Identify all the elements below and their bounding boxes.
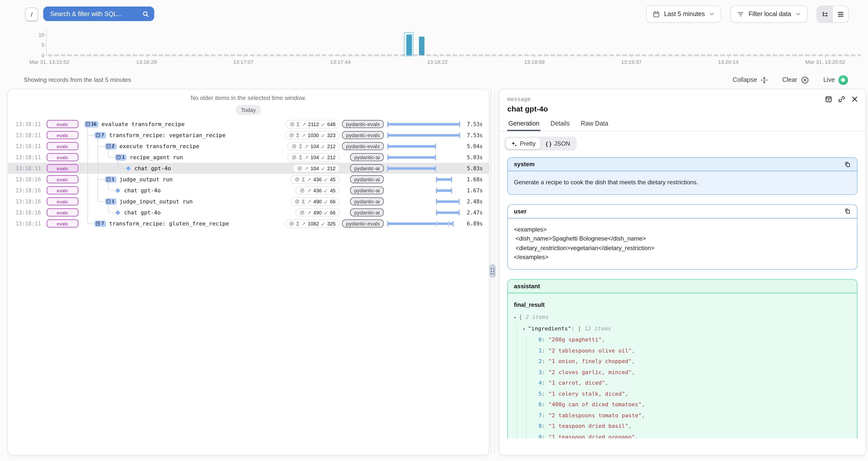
span-title: chat gpt-4o (507, 104, 858, 113)
filter-local-data-dropdown[interactable]: Filter local data (731, 5, 808, 23)
row-tree-cell: chat gpt-4o (84, 209, 264, 216)
package-tag[interactable]: pydantic-evals (342, 131, 384, 139)
trace-row[interactable]: 13:18:11evals−2execute transform_recipeΣ… (8, 141, 489, 152)
time-range-dropdown[interactable]: Last 5 minutes (646, 5, 721, 23)
message-role-label: user (514, 208, 527, 215)
evals-badge[interactable]: evals (46, 186, 78, 194)
x-axis-tick (825, 55, 826, 58)
duration-bar (387, 134, 460, 136)
x-axis-tick (147, 55, 147, 58)
collapse-label: Collapse (733, 76, 757, 83)
clear-button[interactable]: Clear (782, 75, 809, 84)
close-icon[interactable] (851, 95, 859, 103)
row-duration-bar-cell (384, 129, 460, 141)
package-tag[interactable]: pydantic-ai (350, 208, 384, 216)
live-toggle[interactable]: Live (823, 75, 848, 85)
row-badge-cell: evals (46, 197, 78, 205)
copy-icon[interactable] (844, 161, 851, 167)
token-metrics-pill[interactable]: Σ↗436↙45 (290, 175, 340, 184)
evals-badge[interactable]: evals (46, 197, 78, 205)
expand-collapse-toggle[interactable]: −1 (115, 154, 127, 160)
expand-collapse-toggle[interactable]: −1 (105, 198, 117, 205)
trace-row[interactable]: 13:18:11evals−1recipe_agent runΣ↗104↙212… (8, 152, 489, 163)
token-metrics-pill[interactable]: ↗490↙66 (296, 208, 340, 216)
token-metrics-pill[interactable]: Σ↗1082↙325 (285, 219, 340, 228)
evals-badge[interactable]: evals (46, 131, 78, 139)
package-tag[interactable]: pydantic-ai (350, 197, 384, 205)
token-metrics-pill[interactable]: Σ↗2112↙648 (285, 120, 340, 128)
tree-guide-stub (118, 161, 119, 163)
token-coin-icon (300, 210, 305, 215)
list-view-button[interactable] (833, 6, 848, 22)
tree-view-button[interactable] (817, 6, 833, 22)
output-tokens-arrow-icon: ↙ (321, 143, 325, 149)
package-tag[interactable]: pydantic-evals (342, 142, 384, 150)
duration-bar-start-cap (387, 154, 388, 160)
evals-badge[interactable]: evals (46, 219, 78, 227)
pretty-view-button[interactable]: Pretty (506, 138, 541, 149)
package-tag[interactable]: pydantic-ai (350, 153, 384, 161)
evals-badge[interactable]: evals (46, 208, 78, 216)
copy-icon[interactable] (844, 208, 851, 214)
trace-row[interactable]: 13:18:11evals−16evaluate transform_recip… (8, 119, 489, 129)
span-kind-label: message (507, 96, 858, 102)
trace-row[interactable]: 13:18:11evals−7transform_recipe: vegetar… (8, 129, 489, 141)
expand-collapse-toggle[interactable]: −1 (105, 176, 117, 183)
package-tag[interactable]: pydantic-ai (350, 186, 384, 194)
tab-raw-data[interactable]: Raw Data (580, 120, 609, 131)
output-tokens-value: 648 (327, 121, 336, 127)
search-input[interactable]: Search & filter with SQL... (43, 6, 154, 21)
package-tag[interactable]: pydantic-ai (350, 175, 384, 183)
token-metrics-pill[interactable]: ↗104↙212 (293, 164, 340, 172)
trace-row[interactable]: 13:18:16evals−1judge_output runΣ↗436↙45p… (8, 174, 489, 185)
histogram-selection-box[interactable] (404, 32, 413, 56)
child-count: 7 (101, 132, 104, 137)
evals-badge[interactable]: evals (46, 120, 78, 128)
row-metrics-cell: ↗104↙212 (264, 164, 340, 172)
row-tree-cell: −7transform_recipe: vegetarian_recipe (84, 132, 264, 139)
token-metrics-pill[interactable]: Σ↗104↙212 (287, 142, 340, 150)
expand-collapse-toggle[interactable]: −7 (94, 132, 106, 139)
package-tag[interactable]: pydantic-evals (342, 120, 384, 128)
evals-badge[interactable]: evals (46, 153, 78, 161)
expand-collapse-toggle[interactable]: −2 (105, 143, 117, 149)
evals-badge[interactable]: evals (46, 175, 78, 183)
token-metrics-pill[interactable]: Σ↗1030↙323 (285, 131, 340, 140)
records-histogram[interactable]: 1050Mar 31, 13:15:5213:16:2913:17:0713:1… (0, 28, 868, 68)
package-tag[interactable]: pydantic-evals (342, 219, 384, 227)
row-badge-cell: evals (46, 131, 78, 139)
pretty-json-toggle: Pretty{ }JSON (504, 136, 577, 151)
x-axis-tick (243, 55, 244, 58)
evals-badge[interactable]: evals (46, 164, 78, 172)
panel-resize-handle[interactable] (489, 264, 496, 278)
duration-bar-tick (448, 221, 449, 226)
trace-row[interactable]: 13:18:16evals−1judge_input_output runΣ↗4… (8, 196, 489, 207)
expand-collapse-toggle[interactable]: +7 (94, 220, 106, 227)
collapse-chevron-icon[interactable]: ▾ (523, 324, 528, 334)
json-view-button[interactable]: { }JSON (541, 138, 575, 149)
duration-bar-track (387, 129, 460, 141)
duration-bar (436, 200, 460, 203)
collapse-chevron-icon[interactable]: ▾ (514, 312, 519, 323)
trace-row[interactable]: 13:18:16evalschat gpt-4o↗436↙45pydantic-… (8, 185, 489, 196)
token-metrics-pill[interactable]: Σ↗490↙66 (290, 197, 340, 206)
trace-row[interactable]: 13:18:11evalschat gpt-4o↗104↙212pydantic… (8, 163, 489, 174)
tab-generation[interactable]: Generation (507, 120, 540, 131)
output-tokens-value: 212 (327, 165, 336, 171)
token-metrics-pill[interactable]: ↗436↙45 (296, 186, 340, 194)
expand-collapse-toggle[interactable]: −16 (84, 121, 98, 127)
output-tokens-arrow-icon: ↙ (321, 165, 325, 171)
tab-details[interactable]: Details (550, 120, 570, 131)
trace-row[interactable]: 13:18:16evalschat gpt-4o↗490↙66pydantic-… (8, 207, 489, 218)
package-tag[interactable]: pydantic-ai (350, 164, 384, 172)
pretty-view-label: Pretty (520, 140, 536, 147)
trace-row[interactable]: 13:18:11evals+7transform_recipe: gluten_… (8, 218, 489, 229)
dock-panel-icon[interactable] (825, 95, 832, 103)
evals-badge[interactable]: evals (46, 142, 78, 150)
logfire-live-view: / Search & filter with SQL... Last 5 min… (0, 0, 868, 461)
copy-link-icon[interactable] (838, 95, 845, 103)
histogram-bar[interactable] (419, 37, 425, 55)
input-tokens-arrow-icon: ↗ (307, 177, 311, 182)
token-metrics-pill[interactable]: Σ↗104↙212 (287, 153, 340, 161)
collapse-button[interactable]: Collapse (733, 76, 768, 84)
